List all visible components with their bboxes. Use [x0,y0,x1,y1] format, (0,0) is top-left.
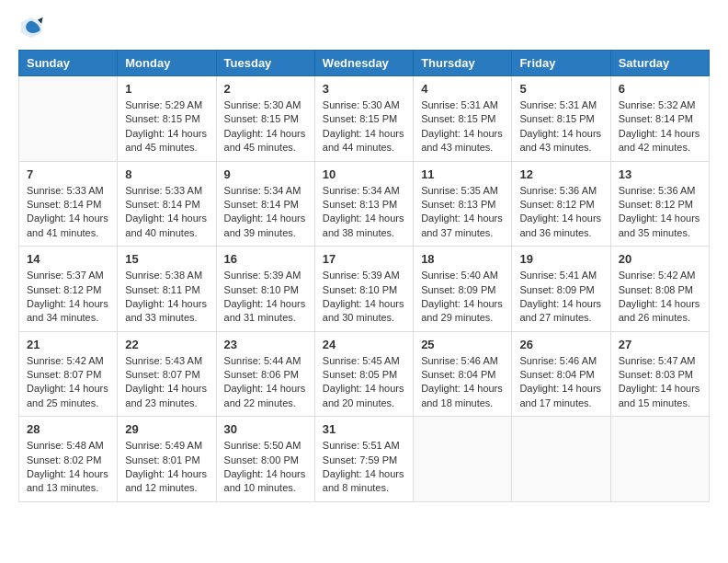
day-cell [414,417,512,502]
cell-line: Sunset: 8:04 PM [421,368,504,382]
day-cell: 23Sunrise: 5:44 AMSunset: 8:06 PMDayligh… [216,331,314,417]
cell-line: and 45 minutes. [224,141,307,155]
cell-line: and 41 minutes. [27,226,109,240]
cell-line: Sunset: 8:14 PM [27,198,109,212]
cell-line: Daylight: 14 hours [224,212,307,225]
day-cell: 27Sunrise: 5:47 AMSunset: 8:03 PMDayligh… [610,331,709,417]
day-number: 2 [224,82,307,96]
cell-line: Daylight: 14 hours [519,297,602,311]
cell-line: Daylight: 14 hours [323,467,405,481]
cell-line: Sunrise: 5:42 AM [27,354,109,368]
day-cell: 20Sunrise: 5:42 AMSunset: 8:08 PMDayligh… [610,247,709,332]
day-cell [19,76,118,162]
day-number: 29 [125,422,208,436]
cell-line: and 45 minutes. [125,141,208,155]
day-number: 7 [27,167,109,181]
cell-line: Sunset: 8:06 PM [224,368,307,382]
day-number: 31 [323,422,405,436]
cell-line: Sunrise: 5:36 AM [519,184,602,198]
cell-line: Daylight: 14 hours [323,127,405,141]
cell-line: Daylight: 14 hours [224,297,307,311]
col-header-saturday: Saturday [610,51,709,76]
day-number: 17 [323,252,405,266]
cell-line: Sunset: 8:09 PM [421,283,504,297]
cell-line: Sunset: 8:15 PM [323,112,405,126]
cell-line: Daylight: 14 hours [323,297,405,311]
header [18,15,710,40]
day-cell [610,417,709,502]
cell-line: and 33 minutes. [125,311,208,325]
cell-line: Daylight: 14 hours [619,127,701,141]
day-number: 13 [619,167,701,181]
cell-line: Daylight: 14 hours [323,212,405,225]
cell-line: Sunset: 8:05 PM [323,368,405,382]
day-number: 22 [125,338,208,351]
day-number: 16 [224,252,307,266]
cell-line: Daylight: 14 hours [619,297,701,311]
day-cell: 4Sunrise: 5:31 AMSunset: 8:15 PMDaylight… [414,76,512,162]
cell-line: Sunrise: 5:44 AM [224,354,307,368]
cell-line: Sunrise: 5:46 AM [421,354,504,368]
cell-line: Sunrise: 5:33 AM [125,184,208,198]
day-number: 9 [224,167,307,181]
cell-line: Sunset: 8:14 PM [125,198,208,212]
day-cell: 8Sunrise: 5:33 AMSunset: 8:14 PMDaylight… [118,161,216,247]
cell-line: Daylight: 14 hours [125,212,208,225]
cell-line: and 44 minutes. [323,141,405,155]
cell-line: Sunset: 8:13 PM [323,198,405,212]
cell-line: and 43 minutes. [519,141,602,155]
day-number: 4 [421,82,504,96]
day-cell: 10Sunrise: 5:34 AMSunset: 8:13 PMDayligh… [314,161,413,247]
day-cell: 2Sunrise: 5:30 AMSunset: 8:15 PMDaylight… [216,76,314,162]
cell-line: Sunset: 8:09 PM [519,283,602,297]
cell-line: and 30 minutes. [323,311,405,325]
cell-line: Sunrise: 5:34 AM [224,184,307,198]
cell-line: Sunset: 7:59 PM [323,454,405,467]
day-number: 24 [323,338,405,351]
day-number: 19 [519,252,602,266]
day-cell: 24Sunrise: 5:45 AMSunset: 8:05 PMDayligh… [314,331,413,417]
cell-line: Sunrise: 5:50 AM [224,439,307,453]
day-number: 21 [27,338,109,351]
cell-line: Sunrise: 5:49 AM [125,439,208,453]
day-cell: 22Sunrise: 5:43 AMSunset: 8:07 PMDayligh… [118,331,216,417]
cell-line: Sunrise: 5:47 AM [619,354,701,368]
cell-line: Sunset: 8:04 PM [519,368,602,382]
cell-line: Daylight: 14 hours [224,467,307,481]
day-number: 30 [224,422,307,436]
day-cell [512,417,610,502]
cell-line: and 25 minutes. [27,396,109,410]
cell-line: Sunset: 8:12 PM [519,198,602,212]
calendar-table: SundayMondayTuesdayWednesdayThursdayFrid… [18,50,710,502]
cell-line: Daylight: 14 hours [125,297,208,311]
col-header-tuesday: Tuesday [216,51,314,76]
cell-line: and 29 minutes. [421,311,504,325]
cell-line: and 36 minutes. [519,226,602,240]
cell-line: Sunrise: 5:29 AM [125,98,208,112]
cell-line: and 35 minutes. [619,226,701,240]
col-header-sunday: Sunday [19,51,118,76]
cell-line: Sunset: 8:08 PM [619,283,701,297]
cell-line: Sunset: 8:12 PM [27,283,109,297]
day-cell: 31Sunrise: 5:51 AMSunset: 7:59 PMDayligh… [314,417,413,502]
cell-line: Sunrise: 5:42 AM [619,269,701,282]
day-cell: 6Sunrise: 5:32 AMSunset: 8:14 PMDaylight… [610,76,709,162]
day-cell: 7Sunrise: 5:33 AMSunset: 8:14 PMDaylight… [19,161,118,247]
cell-line: Sunset: 8:14 PM [619,112,701,126]
day-number: 25 [421,338,504,351]
cell-line: and 15 minutes. [619,396,701,410]
cell-line: Daylight: 14 hours [27,467,109,481]
cell-line: and 17 minutes. [519,396,602,410]
cell-line: Daylight: 14 hours [421,127,504,141]
day-cell: 3Sunrise: 5:30 AMSunset: 8:15 PMDaylight… [314,76,413,162]
cell-line: Sunset: 8:07 PM [125,368,208,382]
cell-line: Sunrise: 5:51 AM [323,439,405,453]
cell-line: and 38 minutes. [323,226,405,240]
day-number: 6 [619,82,701,96]
cell-line: Daylight: 14 hours [519,127,602,141]
cell-line: Sunset: 8:00 PM [224,454,307,467]
day-number: 3 [323,82,405,96]
cell-line: Sunset: 8:07 PM [27,368,109,382]
cell-line: Sunset: 8:14 PM [224,198,307,212]
cell-line: Sunrise: 5:45 AM [323,354,405,368]
